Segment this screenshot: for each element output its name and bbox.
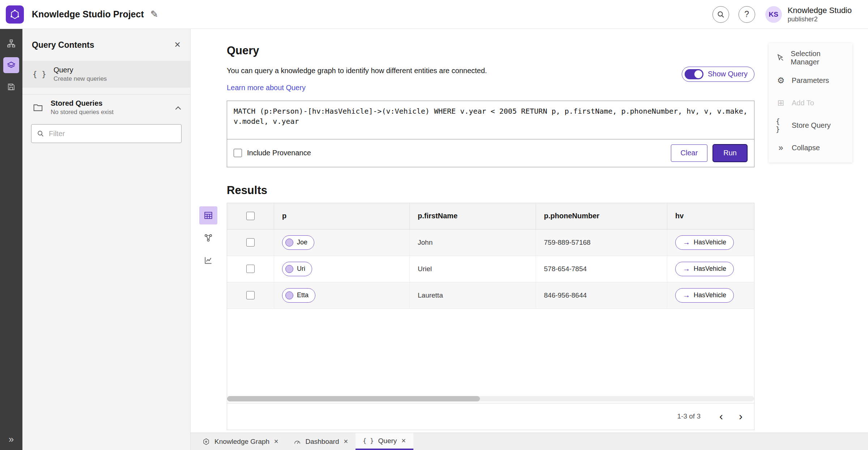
- previous-page-button[interactable]: ‹: [713, 408, 729, 425]
- row-checkbox[interactable]: [246, 238, 255, 247]
- help-button[interactable]: ?: [739, 6, 755, 23]
- arrow-right-icon: →: [683, 291, 690, 299]
- search-icon: [37, 130, 44, 138]
- run-button[interactable]: Run: [712, 144, 748, 162]
- left-icon-rail: »: [0, 29, 22, 450]
- save-icon: [7, 83, 16, 91]
- learn-more-link[interactable]: Learn more about Query: [227, 84, 306, 92]
- arrow-right-icon: →: [683, 238, 690, 247]
- select-all-checkbox[interactable]: [246, 212, 255, 220]
- parameters-item[interactable]: ⚙ Parameters: [769, 69, 852, 92]
- menu-item-label: Selection Manager: [791, 50, 845, 66]
- tab-label: Dashboard: [306, 438, 339, 446]
- main-content: Query You can query a knowledge graph to…: [191, 29, 868, 433]
- cell-firstname: Lauretta: [410, 282, 536, 308]
- user-avatar[interactable]: KS: [765, 6, 782, 23]
- table-row: Etta Lauretta 846-956-8644 →HasVehicle: [227, 282, 754, 309]
- tab-dashboard[interactable]: Dashboard ✕: [286, 433, 356, 450]
- braces-icon: { }: [776, 117, 786, 133]
- show-query-toggle[interactable]: Show Query: [682, 67, 754, 82]
- collapse-item[interactable]: » Collapse: [769, 136, 852, 159]
- results-title: Results: [227, 184, 754, 197]
- close-icon[interactable]: ✕: [274, 438, 278, 445]
- row-checkbox[interactable]: [246, 265, 255, 273]
- sidebar-title: Query Contents: [32, 40, 174, 50]
- sidebar-item-query[interactable]: { } Query Create new queries: [22, 61, 190, 88]
- hierarchy-view-button[interactable]: [3, 35, 19, 51]
- table-view-button[interactable]: [199, 206, 217, 224]
- close-icon[interactable]: ✕: [174, 40, 181, 50]
- search-button[interactable]: [712, 6, 729, 23]
- help-icon: ?: [744, 9, 749, 19]
- knowledge-graph-icon: [202, 438, 210, 446]
- chevron-right-icon: ›: [739, 411, 743, 422]
- cell-firstname: Uriel: [410, 256, 536, 282]
- query-contents-panel: Query Contents ✕ { } Query Create new qu…: [22, 29, 191, 450]
- results-view-toolbar: [199, 206, 217, 269]
- node-pill[interactable]: Joe: [282, 235, 314, 250]
- tab-knowledge-graph[interactable]: Knowledge Graph ✕: [195, 433, 286, 450]
- table-row: Joe John 759-889-57168 →HasVehicle: [227, 230, 754, 256]
- braces-icon: { }: [363, 437, 374, 445]
- hierarchy-icon: [7, 39, 16, 48]
- chevron-double-right-icon: »: [776, 143, 786, 153]
- edit-project-title-icon[interactable]: ✎: [150, 9, 158, 20]
- expand-rail-button[interactable]: »: [9, 434, 14, 445]
- horizontal-scrollbar[interactable]: [227, 396, 480, 401]
- selection-manager-item[interactable]: Selection Manager: [769, 47, 852, 69]
- stored-queries-section[interactable]: Stored Queries No stored queries exist: [22, 94, 190, 121]
- row-checkbox[interactable]: [246, 291, 255, 299]
- table-icon: [204, 211, 213, 220]
- save-view-button[interactable]: [3, 79, 19, 95]
- query-item-description: Create new queries: [54, 75, 107, 83]
- table-empty-area: [227, 309, 754, 403]
- menu-item-label: Collapse: [792, 144, 820, 152]
- knowledge-studio-logo-icon: [9, 9, 20, 20]
- toggle-switch[interactable]: [685, 69, 703, 79]
- clear-button[interactable]: Clear: [671, 144, 708, 162]
- node-pill[interactable]: Etta: [282, 288, 315, 303]
- arrow-right-icon: →: [683, 265, 690, 273]
- query-editor-container: MATCH (p:Person)-[hv:HasVehicle]->(v:Veh…: [227, 101, 754, 167]
- next-page-button[interactable]: ›: [732, 408, 749, 425]
- stored-queries-description: No stored queries exist: [51, 109, 169, 116]
- close-icon[interactable]: ✕: [343, 438, 348, 445]
- search-icon: [716, 10, 725, 19]
- edge-pill[interactable]: →HasVehicle: [675, 262, 734, 276]
- query-editor[interactable]: MATCH (p:Person)-[hv:HasVehicle]->(v:Veh…: [227, 101, 754, 139]
- show-query-label: Show Query: [708, 70, 748, 78]
- menu-item-label: Parameters: [792, 76, 829, 85]
- user-name-label: publisher2: [788, 15, 852, 24]
- tab-label: Query: [378, 437, 397, 445]
- app-logo: [6, 5, 24, 24]
- menu-item-label: Add To: [792, 99, 814, 107]
- graph-view-button[interactable]: [199, 229, 217, 247]
- include-provenance-checkbox[interactable]: [234, 149, 242, 157]
- query-item-label: Query: [54, 66, 107, 74]
- add-to-item: ⊞ Add To: [769, 92, 852, 114]
- node-pill[interactable]: Uri: [282, 262, 312, 276]
- chevron-left-icon: ‹: [719, 411, 723, 422]
- user-info: Knowledge Studio publisher2: [788, 5, 852, 24]
- query-editor-footer: Include Provenance Clear Run: [227, 139, 754, 167]
- chart-view-button[interactable]: [199, 251, 217, 269]
- tab-query[interactable]: { } Query ✕: [356, 433, 413, 450]
- store-query-item[interactable]: { } Store Query: [769, 114, 852, 136]
- node-icon: [285, 291, 293, 299]
- include-provenance-label: Include Provenance: [247, 149, 311, 157]
- project-title: Knowledge Studio Project: [32, 9, 144, 20]
- node-icon: [285, 265, 293, 273]
- node-icon: [285, 239, 293, 247]
- edge-pill[interactable]: →HasVehicle: [675, 235, 734, 250]
- results-table: p p.firstName p.phoneNumber hv Joe John …: [227, 203, 754, 430]
- menu-item-label: Store Query: [792, 121, 831, 130]
- chevron-up-icon[interactable]: [175, 106, 181, 112]
- layers-view-button[interactable]: [3, 57, 19, 73]
- document-tab-bar: Knowledge Graph ✕ Dashboard ✕ { } Query …: [191, 433, 868, 450]
- close-icon[interactable]: ✕: [401, 437, 406, 444]
- filter-input[interactable]: [49, 130, 176, 138]
- edge-pill[interactable]: →HasVehicle: [675, 288, 734, 303]
- tab-label: Knowledge Graph: [214, 438, 269, 446]
- stored-queries-filter: [31, 124, 182, 143]
- gear-icon: ⚙: [776, 76, 786, 85]
